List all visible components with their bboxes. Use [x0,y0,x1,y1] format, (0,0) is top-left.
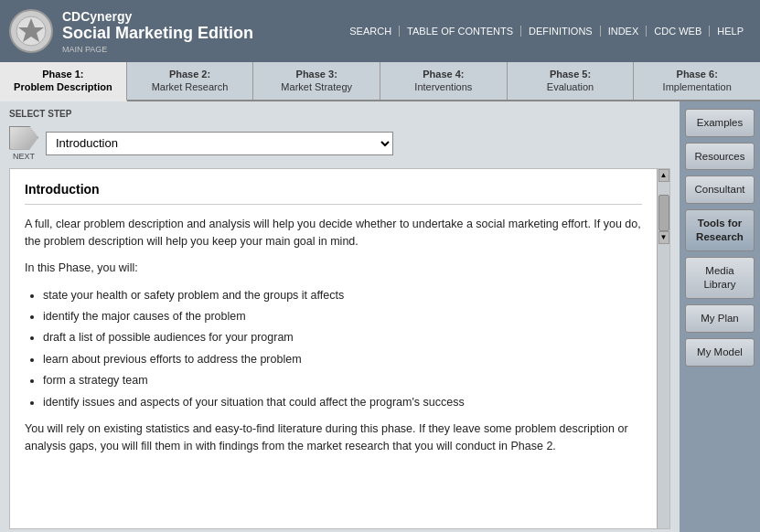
phase4-number: Phase 4: [384,68,503,80]
tab-phase6[interactable]: Phase 6: Implementation [634,62,760,100]
phase5-name: Evaluation [547,81,594,92]
phase-tabs: Phase 1: Problem Description Phase 2: Ma… [0,62,760,101]
sidebar-btn-media-library[interactable]: Media Library [685,257,755,299]
tab-phase4[interactable]: Phase 4: Interventions [380,62,508,100]
cdc-logo-icon [15,15,48,48]
bullet-item-3: draft a list of possible audiences for y… [43,329,642,346]
content-body: A full, clear problem description and an… [25,216,642,456]
sidebar-btn-examples[interactable]: Examples [685,109,755,137]
right-sidebar: Examples Resources Consultant Tools for … [680,101,760,532]
scrollbar: ▲ ▼ [657,169,669,528]
phase6-number: Phase 6: [637,68,756,80]
phase3-number: Phase 3: [257,68,376,80]
content-area: SELECT STEP NEXT Introduction Step 1 Ste… [0,101,680,532]
bullet-item-4: learn about previous efforts to address … [43,351,642,368]
nav-search[interactable]: SEARCH [342,26,400,37]
phase1-number: Phase 1: [4,68,123,80]
sidebar-btn-my-model[interactable]: My Model [685,338,755,367]
phase2-name: Market Research [152,81,229,92]
bullet-item-2: identify the major causes of the problem [43,308,642,325]
bullet-list: state your health or safety problem and … [43,287,642,411]
phase3-name: Market Strategy [281,81,352,92]
phase4-name: Interventions [414,81,472,92]
phase2-number: Phase 2: [131,68,250,80]
nav-toc[interactable]: TABLE OF CONTENTS [400,26,521,37]
scrollbar-down[interactable]: ▼ [658,231,669,244]
sidebar-btn-consultant[interactable]: Consultant [685,176,755,204]
nav-definitions[interactable]: DEFINITIONS [521,26,601,37]
nav-cdc-web[interactable]: CDC WEB [647,26,710,37]
tab-phase5[interactable]: Phase 5: Evaluation [508,62,635,100]
closing-paragraph: You will rely on existing statistics and… [25,420,642,456]
logo-icon [9,9,53,53]
sidebar-btn-resources[interactable]: Resources [685,143,755,171]
scrollbar-thumb[interactable] [658,195,669,231]
bullet-item-1: state your health or safety problem and … [43,287,642,304]
nav-help[interactable]: HELP [710,26,751,37]
intro-paragraph-2: In this Phase, you will: [25,260,642,277]
bullet-item-5: form a strategy team [43,372,642,389]
main-page-label[interactable]: MAIN PAGE [62,45,253,54]
select-step-label: SELECT STEP [9,109,670,119]
app-title-area: CDCynergy Social Marketing Edition MAIN … [62,9,253,54]
step-selector-row: NEXT Introduction Step 1 Step 2 Step 3 [9,126,670,161]
tab-phase3[interactable]: Phase 3: Market Strategy [253,62,380,100]
phase5-number: Phase 5: [511,68,630,80]
top-nav: SEARCH TABLE OF CONTENTS DEFINITIONS IND… [342,26,751,37]
phase6-name: Implementation [663,81,732,92]
content-title: Introduction [25,182,642,205]
next-arrow-group: NEXT [9,126,38,161]
phase1-name: Problem Description [14,81,112,92]
main-layout: SELECT STEP NEXT Introduction Step 1 Ste… [0,101,760,532]
content-scroll[interactable]: Introduction A full, clear problem descr… [10,169,657,528]
tab-phase1[interactable]: Phase 1: Problem Description [0,62,127,101]
next-arrow-button[interactable] [9,126,38,150]
top-bar: CDCynergy Social Marketing Edition MAIN … [0,0,760,62]
sidebar-btn-tools-research[interactable]: Tools for Research [685,209,755,251]
content-box: Introduction A full, clear problem descr… [9,168,670,529]
next-label: NEXT [13,152,35,161]
sidebar-btn-my-plan[interactable]: My Plan [685,304,755,333]
step-dropdown[interactable]: Introduction Step 1 Step 2 Step 3 [46,132,393,155]
tab-phase2[interactable]: Phase 2: Market Research [127,62,254,100]
intro-paragraph-1: A full, clear problem description and an… [25,216,642,251]
bullet-item-6: identify issues and aspects of your situ… [43,394,642,411]
scrollbar-up[interactable]: ▲ [658,169,669,182]
brand-name: CDCynergy [62,9,253,24]
nav-index[interactable]: INDEX [601,26,648,37]
app-subtitle: Social Marketing Edition [62,24,253,43]
logo-area: CDCynergy Social Marketing Edition MAIN … [9,9,253,54]
